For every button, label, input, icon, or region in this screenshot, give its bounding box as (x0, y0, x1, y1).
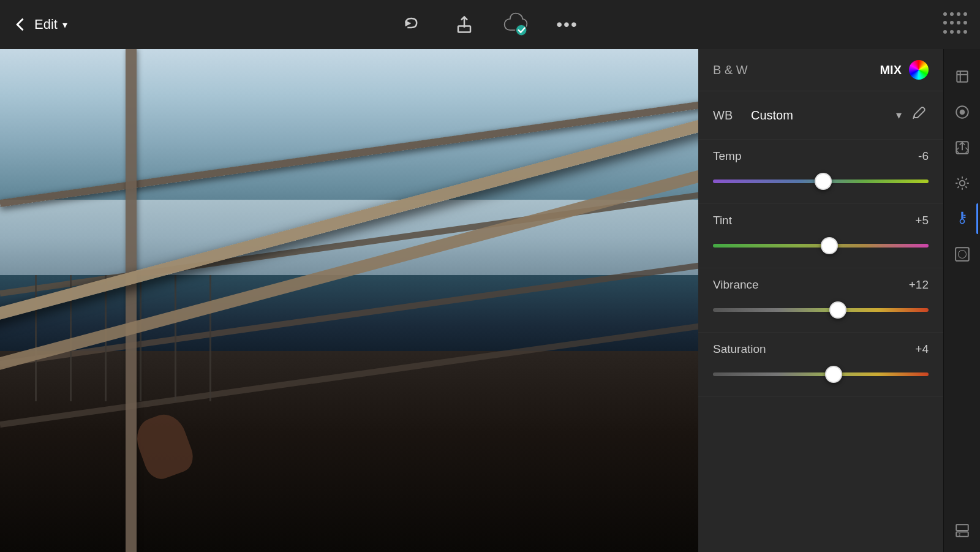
color-wheel-button[interactable] (909, 60, 929, 80)
wb-value: Custom (751, 108, 793, 123)
photo-area (0, 49, 698, 552)
dot (943, 12, 947, 16)
main-content: B & W MIX WB Custom ▾ (0, 49, 980, 552)
svg-rect-22 (956, 248, 969, 261)
dot (963, 21, 967, 25)
dot (950, 12, 954, 16)
edit-label-text: Edit (34, 17, 58, 32)
slider-header-tint: Tint+5 (713, 214, 929, 227)
slider-thumb-vibrance[interactable] (829, 301, 846, 319)
svg-point-23 (958, 251, 966, 259)
svg-line-3 (913, 115, 914, 119)
active-bar (976, 203, 978, 234)
sliders-container: Temp-6Tint+5Vibrance+12Saturation+4 (698, 140, 943, 397)
slider-value-temp: -6 (918, 149, 929, 163)
dot (957, 12, 960, 16)
undo-button[interactable] (399, 11, 426, 38)
svg-rect-4 (957, 71, 967, 81)
svg-line-16 (957, 178, 959, 180)
slider-thumb-temp[interactable] (815, 173, 832, 190)
slider-thumb-saturation[interactable] (825, 366, 842, 383)
crop-tool-button[interactable] (947, 61, 978, 92)
dot (943, 21, 947, 25)
controls-panel: B & W MIX WB Custom ▾ (698, 49, 943, 552)
slider-track-wrap-temp[interactable] (713, 172, 929, 191)
ai-enhance-button[interactable] (947, 132, 978, 163)
bw-tab[interactable]: B & W (713, 63, 748, 77)
panel-header: B & W MIX (698, 49, 943, 91)
fence-bar-6 (209, 275, 211, 401)
dot (950, 21, 954, 25)
slider-thumb-tint[interactable] (821, 237, 838, 254)
slider-name-saturation: Saturation (713, 342, 766, 356)
slider-name-tint: Tint (713, 214, 732, 227)
slider-track-saturation (713, 372, 929, 376)
light-tool-button[interactable] (947, 168, 978, 198)
slider-header-vibrance: Vibrance+12 (713, 278, 929, 292)
export-tool-button[interactable] (947, 515, 978, 546)
back-button[interactable] (12, 16, 29, 33)
slider-track-vibrance (713, 308, 929, 312)
dot (957, 21, 960, 25)
wb-dropdown[interactable]: Custom ▾ (751, 108, 902, 123)
svg-line-19 (965, 178, 967, 180)
slider-value-tint: +5 (915, 214, 929, 227)
slider-section-temp: Temp-6 (698, 140, 943, 204)
right-panel: B & W MIX WB Custom ▾ (698, 49, 980, 552)
icon-bar (943, 49, 980, 552)
slider-track-wrap-vibrance[interactable] (713, 300, 929, 320)
railing-bars (0, 49, 698, 552)
slider-section-tint: Tint+5 (698, 204, 943, 268)
svg-line-18 (957, 186, 959, 187)
slider-track-wrap-tint[interactable] (713, 236, 929, 255)
fence-bar-4 (140, 275, 141, 401)
dot (963, 12, 967, 16)
top-bar-left: Edit ▾ (12, 16, 135, 33)
edit-dropdown[interactable]: Edit ▾ (34, 17, 67, 32)
fence-bar-1 (35, 275, 37, 401)
slider-section-saturation: Saturation+4 (698, 333, 943, 397)
cloud-sync-button[interactable] (502, 11, 529, 38)
slider-name-temp: Temp (713, 149, 741, 163)
fence-bar-5 (175, 275, 176, 401)
dot (957, 30, 960, 34)
wb-label: WB (713, 108, 744, 123)
share-button[interactable] (451, 11, 478, 38)
slider-name-vibrance: Vibrance (713, 278, 759, 292)
hand-silhouette (130, 409, 197, 483)
more-options-button[interactable]: ••• (554, 11, 581, 38)
top-bar-center: ••• (135, 11, 845, 38)
vignette-tool-button[interactable] (947, 239, 978, 270)
slider-header-temp: Temp-6 (713, 149, 929, 163)
beam-1 (0, 83, 698, 207)
main-post (126, 49, 137, 552)
top-bar: Edit ▾ (0, 0, 980, 49)
mix-tab[interactable]: MIX (880, 63, 902, 77)
svg-rect-25 (956, 524, 968, 531)
wb-row: WB Custom ▾ (698, 91, 943, 140)
dot (950, 30, 954, 34)
svg-line-17 (965, 186, 967, 187)
color-tool-button[interactable] (947, 203, 978, 234)
slider-header-saturation: Saturation+4 (713, 342, 929, 356)
svg-point-2 (516, 25, 527, 36)
top-bar-right (845, 12, 968, 37)
slider-track-wrap-saturation[interactable] (713, 365, 929, 384)
svg-point-11 (959, 181, 965, 186)
healing-tool-button[interactable] (947, 97, 978, 127)
slider-value-saturation: +4 (915, 342, 929, 356)
grid-view-button[interactable] (943, 12, 968, 37)
dot (943, 30, 947, 34)
dot (963, 30, 967, 34)
svg-rect-24 (956, 532, 968, 537)
eyedropper-button[interactable] (909, 104, 929, 127)
mix-section: MIX (880, 60, 929, 80)
wb-chevron-icon: ▾ (896, 108, 902, 122)
slider-value-vibrance: +12 (909, 278, 929, 292)
edit-chevron: ▾ (62, 19, 67, 31)
svg-point-8 (959, 110, 965, 115)
slider-section-vibrance: Vibrance+12 (698, 268, 943, 333)
